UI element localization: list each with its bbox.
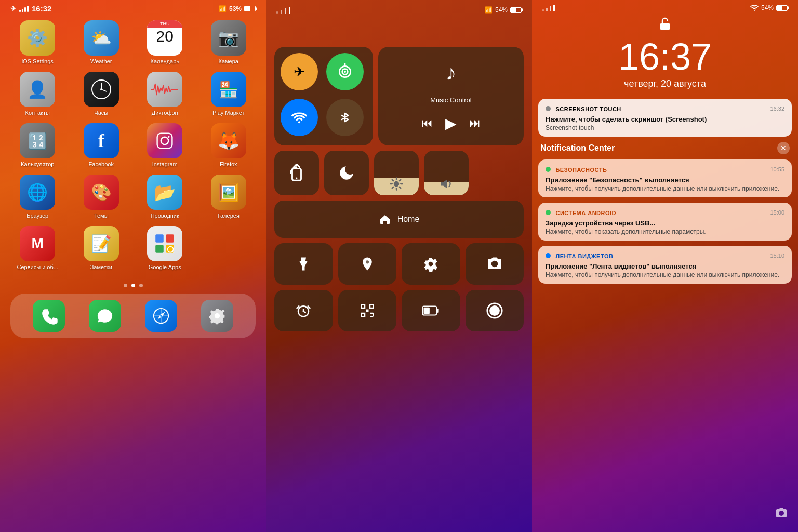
home-time: 16:32 [32, 4, 51, 13]
music-control-tile[interactable]: ♪ Music Control ⏮ ▶ ⏭ [378, 47, 524, 145]
app-gallery[interactable]: 🖼️ Галерея [201, 175, 257, 219]
home-button-tile[interactable]: Home [274, 201, 524, 238]
page-dots [0, 284, 266, 287]
app-browser[interactable]: 🌐 Браузер [9, 175, 66, 219]
svg-line-32 [400, 180, 401, 181]
nc-item-android[interactable]: Система Android 15:00 Зарядка устройства… [538, 203, 792, 241]
app-notes-icon: 📝 [84, 226, 119, 261]
notification-area: Screenshot Touch 16:32 Нажмите, чтобы сд… [532, 99, 798, 284]
s1 [276, 11, 278, 14]
svg-point-35 [366, 260, 369, 263]
app-ios-settings[interactable]: ⚙️ iOS Settings [9, 20, 66, 64]
app-play-market-label: Play Маркет [212, 110, 245, 116]
nc-header-3: Лента Виджетов 15:10 [546, 251, 784, 260]
battery-icon-control [510, 7, 522, 13]
svg-line-33 [392, 187, 393, 188]
svg-rect-49 [437, 309, 439, 313]
app-clock-label: Часы [94, 110, 108, 116]
lock-screen-panel: 54% 16:37 четверг, 20 августа Screenshot… [532, 0, 798, 532]
torch-tile[interactable] [274, 243, 333, 285]
app-facebook-label: Facebook [89, 161, 114, 167]
bluetooth-tile[interactable] [326, 99, 364, 136]
svg-line-30 [392, 180, 393, 181]
notification-screenshot-touch[interactable]: Screenshot Touch 16:32 Нажмите, чтобы сд… [538, 99, 792, 137]
app-calculator[interactable]: 🔢 Калькулятор [9, 123, 66, 167]
nc-body-1: Нажмите, чтобы получить дополнительные д… [546, 185, 784, 192]
play-pause-icon[interactable]: ▶ [445, 115, 457, 132]
cellular-tile[interactable] [326, 53, 364, 90]
screen-rotation-tile[interactable] [274, 151, 319, 195]
settings-tile[interactable] [402, 243, 460, 285]
app-instagram[interactable]: Instagram [137, 123, 193, 167]
notification-time-1: 16:32 [770, 105, 784, 112]
location-tile[interactable] [338, 243, 397, 285]
wifi-tile[interactable] [281, 99, 318, 136]
svg-point-22 [298, 121, 300, 123]
volume-tile[interactable] [424, 151, 469, 195]
app-weather[interactable]: ⛅ Weather [73, 20, 130, 64]
notification-center-close[interactable]: ✕ [777, 142, 790, 154]
nc-header-1: Безопасность 10:55 [546, 165, 784, 174]
app-contacts-label: Контакты [25, 110, 50, 116]
app-voice-memos[interactable]: Диктофон [137, 72, 193, 116]
do-not-disturb-tile[interactable] [324, 151, 369, 195]
brightness-tile[interactable] [374, 151, 419, 195]
svg-point-6 [168, 136, 170, 138]
svg-point-24 [296, 178, 298, 179]
app-clock[interactable]: Часы [73, 72, 130, 116]
svg-rect-8 [166, 234, 174, 243]
dock-settings[interactable] [201, 300, 233, 332]
app-calendar-icon: THU 20 [147, 20, 182, 56]
svg-point-20 [344, 71, 346, 73]
next-track-icon[interactable]: ⏭ [469, 116, 481, 130]
screen-record-tile[interactable] [466, 290, 524, 331]
battery-control: 54% [495, 6, 508, 14]
app-contacts[interactable]: 👤 Контакты [9, 72, 66, 116]
svg-rect-41 [370, 305, 373, 308]
svg-rect-40 [362, 305, 365, 308]
app-gallery-label: Галерея [218, 212, 240, 219]
app-calendar[interactable]: THU 20 Календарь [137, 20, 193, 64]
app-google-apps[interactable]: Google Apps [137, 226, 193, 270]
nc-app-label-1: Безопасность [555, 167, 607, 173]
svg-rect-43 [366, 310, 368, 312]
app-facebook[interactable]: f Facebook [73, 123, 130, 167]
signal-control [276, 7, 290, 14]
svg-point-3 [100, 88, 102, 90]
nc-item-bezopasnost[interactable]: Безопасность 10:55 Приложение "Безопасно… [538, 159, 792, 197]
app-camera[interactable]: 📷 Камера [201, 20, 257, 64]
svg-rect-9 [155, 245, 164, 253]
nc-header-2: Система Android 15:00 [546, 208, 784, 217]
notification-app-label-1: Screenshot Touch [555, 106, 621, 112]
dock-phone[interactable] [33, 300, 65, 332]
page-dot-1 [124, 284, 127, 287]
app-firefox-label: Firefox [220, 161, 237, 167]
battery-widget-tile[interactable] [402, 290, 460, 331]
notification-center-header: Notification Center ✕ [538, 142, 792, 154]
camera-tile[interactable] [466, 243, 524, 285]
app-files[interactable]: 📂 Проводник [137, 175, 193, 219]
nc-body-2: Нажмите, чтобы показать дополнительные п… [546, 228, 784, 235]
lock-camera-shortcut[interactable] [775, 507, 788, 522]
dock-messages[interactable] [89, 300, 121, 332]
svg-rect-48 [424, 308, 430, 314]
app-notes[interactable]: 📝 Заметки [73, 226, 130, 270]
music-label: Music Control [430, 96, 471, 104]
nc-item-widgets[interactable]: Лента Виджетов 15:10 Приложение "Лента в… [538, 246, 792, 284]
airplane-mode-tile[interactable]: ✈ [281, 53, 318, 90]
scanner-tile[interactable] [338, 290, 397, 331]
dock-safari[interactable] [145, 300, 177, 332]
dock [10, 294, 256, 338]
status-right-control: 📶 54% [485, 6, 522, 14]
app-files-icon: 📂 [147, 175, 182, 210]
app-miui[interactable]: M Сервисы и об... [9, 226, 66, 270]
app-play-market[interactable]: 🏪 Play Маркет [201, 72, 257, 116]
s4 [289, 7, 290, 14]
alarm-tile[interactable] [274, 290, 333, 331]
app-weather-label: Weather [90, 58, 112, 64]
app-calculator-icon: 🔢 [20, 123, 55, 158]
app-firefox[interactable]: 🦊 Firefox [201, 123, 257, 167]
prev-track-icon[interactable]: ⏮ [421, 116, 433, 130]
app-themes[interactable]: 🎨 Темы [73, 175, 130, 219]
page-dot-3 [139, 284, 143, 287]
